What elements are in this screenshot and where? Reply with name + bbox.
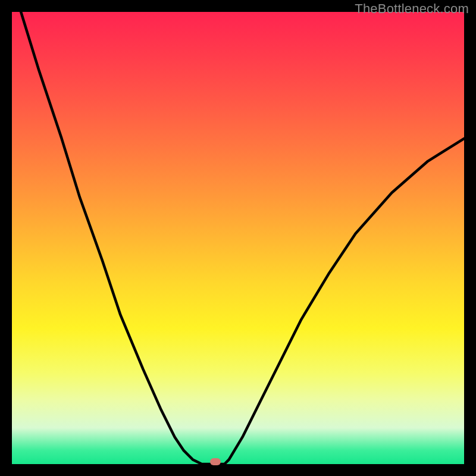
line-curve — [12, 12, 464, 464]
plot-area — [12, 12, 464, 464]
watermark-text: TheBottleneck.com — [355, 1, 469, 17]
optimal-dot — [210, 458, 221, 465]
chart-frame: TheBottleneck.com — [0, 0, 476, 476]
